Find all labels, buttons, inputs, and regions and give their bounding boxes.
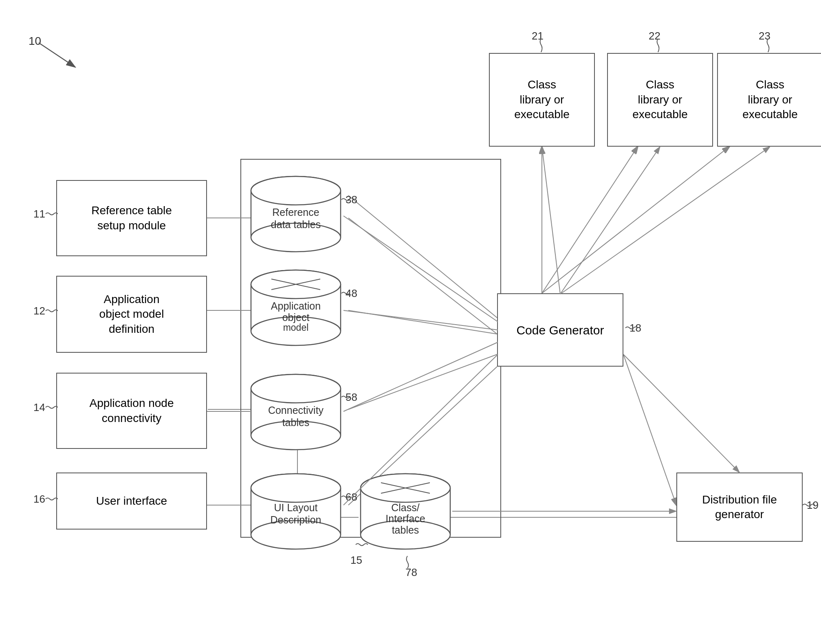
app-node-connectivity-box: Application nodeconnectivity — [56, 373, 207, 449]
squiggle-19 — [801, 503, 815, 513]
svg-text:Class/: Class/ — [391, 502, 420, 513]
class-lib-21-box: Classlibrary orexecutable — [489, 53, 595, 147]
diagram: 10 Reference tablesetup module 11 Applic… — [0, 0, 821, 644]
svg-text:tables: tables — [392, 524, 419, 536]
code-generator-box: Code Generator — [497, 293, 623, 367]
svg-line-12 — [542, 147, 729, 293]
cylinder-svg-78: Class/ Interface tables — [359, 473, 452, 552]
svg-text:tables: tables — [282, 417, 310, 428]
cylinder-svg-68: UI Layout Description — [249, 473, 343, 552]
user-interface-box: User interface — [56, 473, 207, 530]
cylinder-svg-48: Application object model — [249, 269, 343, 348]
distribution-file-gen-box: Distribution filegenerator — [676, 473, 803, 542]
svg-text:data tables: data tables — [271, 219, 321, 230]
label-15: 15 — [350, 554, 362, 567]
svg-line-77 — [623, 354, 740, 473]
svg-line-11 — [542, 147, 638, 293]
squiggle-38 — [339, 198, 352, 208]
cylinder-svg-38: Reference data tables — [249, 175, 343, 255]
squiggle-11 — [44, 212, 58, 224]
svg-text:object: object — [282, 312, 310, 323]
svg-line-75 — [560, 147, 660, 294]
svg-point-51 — [251, 474, 341, 502]
svg-point-24 — [251, 176, 341, 205]
cylinder-svg-58: Connectivity tables — [249, 373, 343, 453]
reference-table-module-box: Reference tablesetup module — [56, 180, 207, 256]
svg-line-76 — [560, 147, 770, 294]
reference-data-tables-cylinder: Reference data tables — [249, 175, 343, 255]
svg-point-43 — [251, 374, 341, 403]
squiggle-58 — [339, 395, 352, 405]
squiggle-68 — [339, 495, 352, 505]
class-interface-tables-cylinder: Class/ Interface tables — [359, 473, 452, 552]
squiggle-78 — [401, 554, 414, 568]
squiggle-12 — [44, 309, 58, 321]
svg-line-74 — [542, 147, 560, 294]
squiggle-23 — [762, 37, 774, 53]
squiggle-14 — [44, 405, 58, 418]
squiggle-22 — [652, 37, 664, 53]
squiggle-48 — [339, 291, 352, 301]
squiggle-16 — [44, 497, 58, 509]
svg-text:Reference: Reference — [272, 207, 319, 218]
connectivity-tables-cylinder: Connectivity tables — [249, 373, 343, 453]
svg-text:Description: Description — [270, 514, 321, 525]
class-lib-23-box: Classlibrary orexecutable — [717, 53, 821, 147]
svg-text:UI Layout: UI Layout — [274, 502, 317, 513]
svg-line-13 — [623, 354, 676, 505]
svg-text:Application: Application — [271, 300, 321, 312]
app-object-model-box: Applicationobject modeldefinition — [56, 276, 207, 353]
main-arrow — [35, 39, 84, 71]
svg-line-17 — [39, 43, 75, 67]
squiggle-21 — [535, 37, 547, 53]
app-object-model-cylinder: Application object model — [249, 269, 343, 348]
squiggle-18 — [623, 326, 638, 336]
svg-text:Connectivity: Connectivity — [268, 404, 324, 416]
svg-text:Interface: Interface — [385, 513, 425, 524]
ui-layout-cylinder: UI Layout Description — [249, 473, 343, 552]
class-lib-22-box: Classlibrary orexecutable — [607, 53, 713, 147]
svg-text:model: model — [283, 322, 309, 333]
